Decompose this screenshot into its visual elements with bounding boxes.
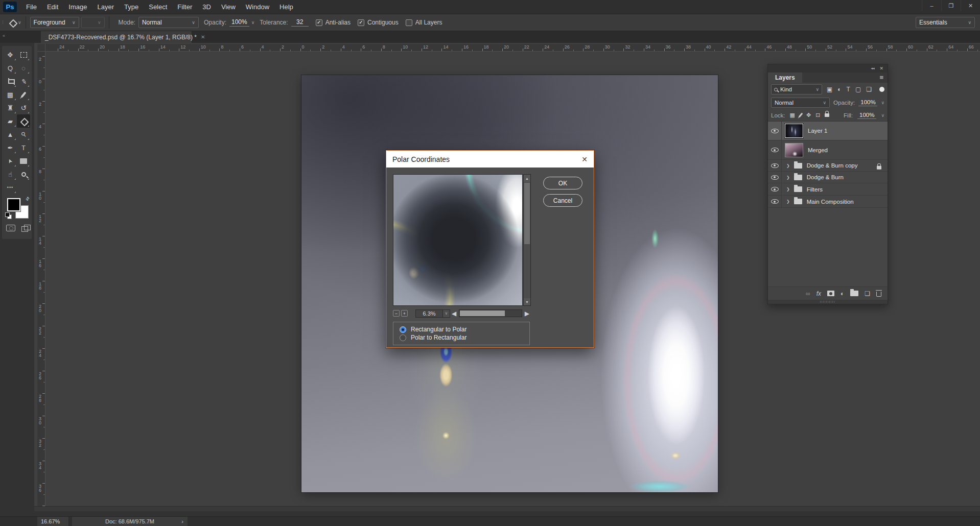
filter-adjustment-layers-icon[interactable]: ◐ (837, 86, 841, 93)
eye-icon[interactable] (771, 129, 779, 133)
sharpen-tool[interactable]: ▲ (4, 128, 17, 141)
horizontal-scrollbar[interactable] (34, 506, 980, 511)
visibility-cell[interactable] (768, 172, 782, 183)
visibility-cell[interactable] (768, 140, 782, 159)
eye-icon[interactable] (771, 148, 779, 152)
shape-tool[interactable] (17, 154, 30, 168)
group-chevron-icon[interactable]: ❯ (786, 175, 790, 180)
layer-thumbnail[interactable] (785, 124, 803, 138)
filter-type-layers-icon[interactable]: T (847, 86, 850, 93)
all-layers-checkbox[interactable] (406, 19, 412, 26)
toolbar-collapse-icon[interactable]: « (3, 33, 5, 38)
panel-menu-icon[interactable]: ≡ (875, 73, 888, 83)
opacity-field[interactable]: 100% (229, 18, 249, 27)
brush-tool[interactable] (17, 88, 30, 101)
lock-all-icon[interactable] (825, 113, 829, 117)
fill-source-select[interactable]: Foreground ∨ (30, 17, 79, 28)
chevron-down-icon[interactable]: ∨ (881, 113, 884, 118)
blend-mode-select[interactable]: Normal ∨ (771, 98, 830, 108)
layer-row-layer-1[interactable]: Layer 1 (768, 122, 888, 140)
preview-vertical-scrollbar[interactable]: ▲ ▼ (523, 174, 531, 306)
radio-unselected-icon[interactable] (400, 334, 406, 341)
opacity-caret-icon[interactable]: ∨ (251, 20, 255, 25)
collapse-panel-icon[interactable]: ◂◂ (871, 66, 874, 70)
menu-edit[interactable]: Edit (42, 0, 63, 14)
lock-paint-icon[interactable] (798, 112, 803, 117)
filter-pixel-layers-icon[interactable]: ▣ (827, 86, 832, 93)
more-tools[interactable]: ••• (4, 181, 17, 194)
layer-name[interactable]: Dodge & Burn (807, 174, 844, 180)
layer-name[interactable]: Dodge & Burn copy (807, 162, 858, 169)
visibility-cell[interactable] (768, 196, 782, 207)
filter-kind-select[interactable]: Kind ∨ (771, 84, 822, 94)
lock-position-icon[interactable]: ✥ (806, 112, 811, 118)
default-colors-icon[interactable] (5, 212, 12, 220)
filter-preview[interactable] (393, 174, 523, 306)
menu-window[interactable]: Window (241, 0, 274, 14)
paint-bucket-tool[interactable] (17, 114, 30, 128)
lasso-tool[interactable]: Ϙ (4, 61, 17, 75)
dialog-close-icon[interactable]: ✕ (581, 155, 588, 163)
zoom-tool[interactable] (17, 168, 30, 181)
workspace-select[interactable]: Essentials ∨ (916, 17, 975, 28)
options-bar-grip[interactable]: ⁞ (0, 20, 5, 25)
group-chevron-icon[interactable]: ❯ (786, 187, 790, 192)
swap-colors-icon[interactable]: ⇄ (25, 196, 31, 202)
foreground-color-swatch[interactable] (7, 198, 20, 211)
radio-selected-icon[interactable] (400, 326, 406, 333)
clone-stamp-tool[interactable]: ♜ (4, 101, 17, 114)
document-info[interactable]: Doc: 68.6M/975.7M › (72, 517, 188, 526)
zoom-out-button[interactable]: − (393, 310, 400, 317)
close-button[interactable]: ✕ (961, 0, 980, 11)
layer-name[interactable]: Layer 1 (808, 128, 827, 134)
layer-fill-field[interactable]: 100% (857, 112, 876, 119)
move-tool[interactable]: ✥ (4, 48, 17, 61)
menu-layer[interactable]: Layer (92, 0, 120, 14)
polar-to-rectangular-option[interactable]: Polar to Rectangular (400, 334, 523, 341)
hand-tool[interactable]: ☝ (4, 168, 17, 181)
crop-tool[interactable] (4, 75, 17, 88)
layer-row-filters[interactable]: ❯ Filters (768, 183, 888, 196)
zoom-caret-icon[interactable]: ∨ (443, 309, 450, 318)
type-tool[interactable]: T (17, 141, 30, 154)
lock-transparency-icon[interactable]: ▦ (790, 112, 795, 118)
screen-mode-icon[interactable] (21, 225, 31, 231)
new-layer-icon[interactable]: ❏ (865, 290, 870, 297)
dialog-titlebar[interactable]: Polar Coordinates ✕ (386, 151, 594, 168)
tolerance-field[interactable]: 32 (291, 18, 309, 27)
anti-alias-checkbox[interactable]: ✓ (316, 19, 322, 26)
quick-selection-tool[interactable]: ◌ (17, 61, 30, 75)
eye-icon[interactable] (771, 199, 779, 204)
mode-select[interactable]: Normal ∨ (138, 17, 199, 28)
lock-artboard-icon[interactable]: ⊡ (815, 112, 820, 118)
menu-3d[interactable]: 3D (197, 0, 216, 14)
eye-icon[interactable] (771, 175, 779, 180)
layer-row-merged[interactable]: Merged (768, 140, 888, 160)
marquee-tool[interactable] (17, 48, 30, 61)
document-tab[interactable]: _DSF4773-Recovered.psd @ 16.7% (Layer 1,… (41, 31, 192, 43)
group-chevron-icon[interactable]: ❯ (786, 163, 790, 168)
preview-horizontal-scrollbar[interactable] (459, 309, 522, 317)
layer-row-dodge-burn[interactable]: ❯ Dodge & Burn (768, 172, 888, 183)
new-group-icon[interactable] (850, 291, 858, 296)
rectangular-to-polar-option[interactable]: Rectangular to Polar (400, 326, 523, 333)
layer-name[interactable]: Merged (808, 147, 828, 153)
layer-thumbnail[interactable] (785, 143, 803, 157)
layer-row-dodge-burn-copy[interactable]: ❯ Dodge & Burn copy (768, 160, 888, 172)
visibility-cell[interactable] (768, 183, 782, 195)
layer-row-main-composition[interactable]: ❯ Main Composition (768, 196, 888, 208)
menu-image[interactable]: Image (63, 0, 92, 14)
menu-help[interactable]: Help (274, 0, 298, 14)
scroll-left-icon[interactable]: ◀ (452, 310, 456, 317)
healing-brush-tool[interactable]: ▩ (4, 88, 17, 101)
quick-mask-icon[interactable] (6, 225, 15, 231)
panel-resize-grip[interactable] (768, 300, 888, 304)
close-panel-icon[interactable]: ✕ (879, 66, 883, 71)
scrollbar-thumb[interactable] (460, 310, 505, 316)
eye-icon[interactable] (771, 187, 779, 192)
path-selection-tool[interactable]: ➤ (4, 154, 17, 168)
pen-tool[interactable]: ✒ (4, 141, 17, 154)
tool-preset-caret-icon[interactable]: ∨ (18, 20, 21, 25)
group-chevron-icon[interactable]: ❯ (786, 199, 790, 204)
eye-icon[interactable] (771, 163, 779, 168)
